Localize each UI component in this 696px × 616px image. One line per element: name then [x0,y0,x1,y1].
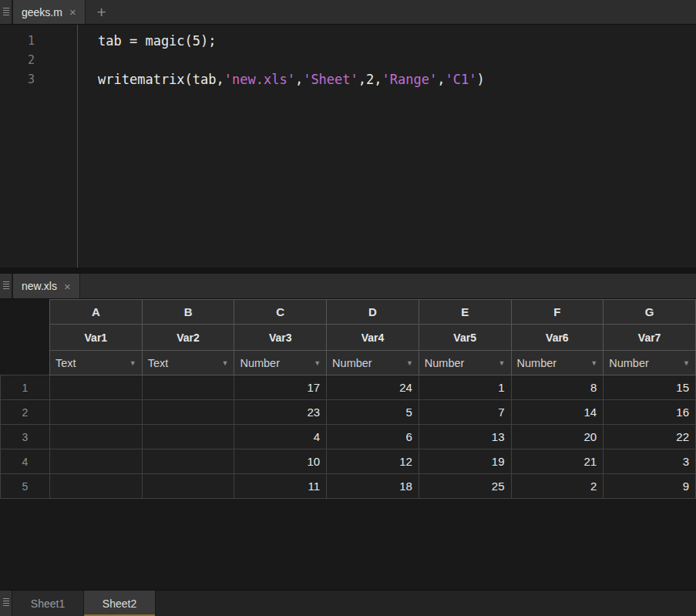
column-type-cell[interactable]: Text▼ [50,351,143,375]
close-icon[interactable]: × [64,281,71,292]
variable-name-header[interactable]: Var7 [604,325,696,351]
data-cell[interactable]: 21 [511,449,604,474]
data-cell[interactable] [142,400,234,425]
data-cell[interactable]: 10 [234,449,327,474]
matlab-window: geeks.m × + 123 tab = magic(5);writematr… [0,0,696,616]
column-type-cell[interactable]: Number▼ [604,351,696,375]
column-type-cell[interactable]: Number▼ [511,351,604,375]
sheet-tabs: Sheet1Sheet2 [12,591,156,616]
variable-name-header[interactable]: Var5 [419,325,511,351]
data-cell[interactable]: 8 [511,375,604,400]
data-cell[interactable]: 19 [419,449,511,474]
variable-name-header[interactable]: Var3 [234,325,327,351]
data-cell[interactable] [50,375,143,400]
data-cell[interactable]: 15 [604,375,696,400]
data-cell[interactable]: 7 [419,400,511,425]
dropdown-caret-icon[interactable]: ▼ [406,359,413,367]
data-cell[interactable]: 1 [419,375,511,400]
line-number: 1 [0,32,77,51]
sheet-tab-sheet2[interactable]: Sheet2 [84,591,156,616]
data-cell[interactable] [50,474,143,499]
editor-tab-bar: geeks.m × + [0,0,696,25]
table-row: 346132022 [1,425,696,449]
panel-grip-icon[interactable] [0,591,12,616]
dropdown-caret-icon[interactable]: ▼ [683,359,690,367]
column-type-label: Number [425,357,465,369]
dropdown-caret-icon[interactable]: ▼ [499,359,506,367]
data-cell[interactable] [142,425,234,449]
dropdown-caret-icon[interactable]: ▼ [129,359,136,367]
data-cell[interactable]: 6 [327,425,419,449]
editor-tab-geeks-m[interactable]: geeks.m × [12,0,86,24]
panel-grip-icon[interactable] [0,274,12,298]
data-cell[interactable]: 20 [511,425,604,449]
row-header[interactable]: 3 [1,425,50,449]
data-cell[interactable] [142,375,234,400]
column-letter-header[interactable]: E [419,300,511,325]
column-letter-header[interactable]: C [234,300,327,325]
data-cell[interactable]: 3 [604,449,696,474]
row-header[interactable]: 2 [1,400,50,425]
variable-name-header[interactable]: Var1 [50,325,143,351]
column-type-wrap: Text▼ [143,357,234,369]
column-type-wrap: Number▼ [604,357,695,369]
spreadsheet-area: ABCDEFGVar1Var2Var3Var4Var5Var6Var7Text▼… [0,299,696,590]
column-letter-header[interactable]: D [327,300,419,325]
panel-grip-icon[interactable] [0,0,12,24]
data-cell[interactable]: 5 [327,400,419,425]
new-tab-button[interactable]: + [86,0,118,24]
data-cell[interactable] [50,400,143,425]
data-cell[interactable]: 16 [604,400,696,425]
column-type-label: Number [609,357,649,369]
row-header[interactable]: 4 [1,449,50,474]
column-letter-header[interactable]: F [511,300,604,325]
data-cell[interactable]: 12 [327,449,419,474]
row-header[interactable]: 1 [1,375,50,400]
data-cell[interactable]: 23 [234,400,327,425]
code-text-area[interactable]: tab = magic(5);writematrix(tab,'new.xls'… [78,25,696,268]
data-cell[interactable]: 13 [419,425,511,449]
sheet-tab-label: Sheet1 [31,597,65,610]
data-cell[interactable]: 24 [327,375,419,400]
column-type-cell[interactable]: Text▼ [142,351,234,375]
column-type-label: Number [517,357,557,369]
data-cell[interactable]: 14 [511,400,604,425]
data-cell[interactable]: 18 [327,474,419,499]
close-icon[interactable]: × [69,6,76,18]
column-type-cell[interactable]: Number▼ [234,351,327,375]
data-cell[interactable] [142,449,234,474]
column-letter-header[interactable]: A [50,300,143,325]
sheet-tab-sheet1[interactable]: Sheet1 [12,591,84,616]
variable-name-header[interactable]: Var4 [327,325,419,351]
code-line: writematrix(tab,'new.xls','Sheet',2,'Ran… [98,70,696,89]
column-type-cell[interactable]: Number▼ [327,351,419,375]
data-cell[interactable]: 4 [234,425,327,449]
string-literal: 'new.xls' [224,72,295,87]
column-type-label: Number [332,357,372,369]
variable-name-header[interactable]: Var2 [142,325,234,351]
dropdown-caret-icon[interactable]: ▼ [590,359,597,367]
data-cell[interactable] [50,425,143,449]
variable-name-header[interactable]: Var6 [511,325,604,351]
column-letter-header[interactable]: G [604,300,696,325]
data-cell[interactable]: 11 [234,474,327,499]
viewer-tab-new-xls[interactable]: new.xls × [12,274,80,298]
corner-cell [1,325,50,351]
data-cell[interactable]: 17 [234,375,327,400]
sheet-tab-bar: Sheet1Sheet2 [0,590,696,616]
dropdown-caret-icon[interactable]: ▼ [221,359,228,367]
data-cell[interactable]: 2 [511,474,604,499]
line-number-gutter: 123 [0,25,78,268]
data-cell[interactable] [50,449,143,474]
data-cell[interactable]: 22 [604,425,696,449]
row-header[interactable]: 5 [1,474,50,499]
data-cell[interactable] [142,474,234,499]
column-letter-row: ABCDEFG [1,300,696,325]
code-editor[interactable]: 123 tab = magic(5);writematrix(tab,'new.… [0,25,696,268]
dropdown-caret-icon[interactable]: ▼ [314,359,321,367]
data-cell[interactable]: 25 [419,474,511,499]
column-letter-header[interactable]: B [142,300,234,325]
data-cell[interactable]: 9 [604,474,696,499]
column-type-cell[interactable]: Number▼ [419,351,511,375]
pane-splitter[interactable] [0,268,696,274]
